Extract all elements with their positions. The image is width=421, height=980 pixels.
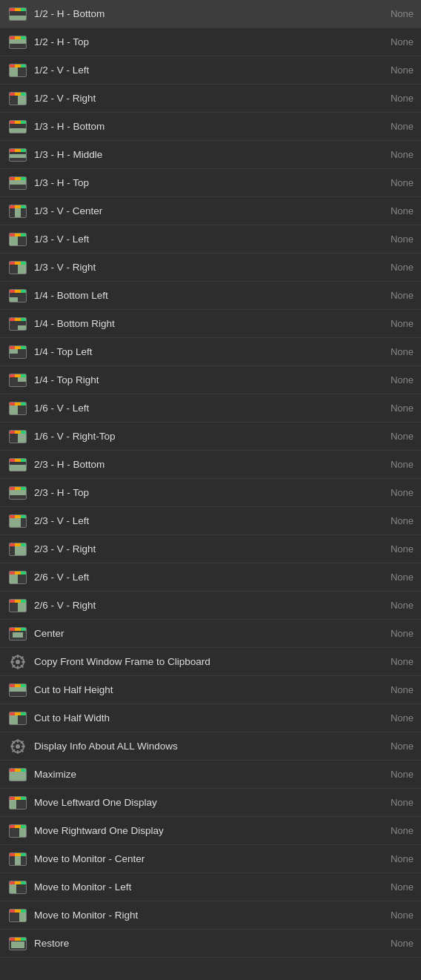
item-shortcut: None [391,881,414,893]
item-shortcut: None [391,656,414,667]
item-label: Display Info About ALL Windows [34,741,383,752]
item-icon [7,513,28,529]
item-label: Maximize [34,769,383,780]
item-label: 1/3 - H - Bottom [34,121,383,132]
list-item[interactable]: 1/6 - V - LeftNone [0,394,421,423]
item-shortcut: None [391,853,414,864]
list-item[interactable]: 2/6 - V - RightNone [0,592,421,620]
list-item[interactable]: Cut to Half WidthNone [0,704,421,732]
list-item[interactable]: 2/3 - V - RightNone [0,535,421,563]
item-icon [7,457,28,473]
list-item[interactable]: 2/3 - H - TopNone [0,479,421,507]
list-item[interactable]: 1/3 - V - LeftNone [0,225,421,254]
list-item[interactable]: 1/3 - V - CenterNone [0,197,421,225]
item-icon [7,767,28,783]
item-icon [7,541,28,557]
item-label: 1/3 - H - Top [34,177,383,188]
list-item[interactable]: Copy Front Window Frame to ClipboardNone [0,648,421,676]
item-icon [7,879,28,895]
list-item[interactable]: 1/2 - V - LeftNone [0,56,421,85]
item-icon [7,316,28,332]
item-icon [7,231,28,248]
list-item[interactable]: 1/4 - Top LeftNone [0,338,421,366]
list-item[interactable]: Display Info About ALL WindowsNone [0,732,421,761]
item-label: 1/4 - Bottom Right [34,318,383,329]
list-item[interactable]: 2/6 - V - LeftNone [0,563,421,592]
item-label: 1/3 - V - Left [34,234,383,245]
list-item[interactable]: 1/2 - V - RightNone [0,85,421,113]
item-label: Restore [34,938,383,949]
list-item[interactable]: 1/3 - V - RightNone [0,254,421,282]
item-icon [7,90,28,107]
list-item[interactable]: 2/3 - H - BottomNone [0,451,421,479]
item-label: 1/3 - V - Center [34,205,383,216]
item-shortcut: None [391,769,414,780]
item-label: Move to Monitor - Left [34,881,383,893]
item-label: 2/3 - V - Right [34,543,383,554]
item-label: Cut to Half Height [34,684,383,695]
list-item[interactable]: CenterNone [0,620,421,648]
list-item[interactable]: 1/2 - H - TopNone [0,28,421,56]
list-item[interactable]: 2/3 - V - LeftNone [0,507,421,535]
item-icon [7,823,28,839]
list-item[interactable]: Move to Monitor - LeftNone [0,873,421,901]
list-item[interactable]: 1/2 - H - BottomNone [0,0,421,28]
list-item[interactable]: Move Leftward One DisplayNone [0,789,421,817]
item-icon [7,907,28,924]
item-icon [7,288,28,304]
item-label: 1/3 - V - Right [34,262,383,273]
item-icon [7,626,28,642]
list-item[interactable]: 1/6 - V - Right-TopNone [0,423,421,451]
item-shortcut: None [391,346,414,357]
list-item[interactable]: 1/4 - Bottom LeftNone [0,282,421,310]
item-label: 1/6 - V - Right-Top [34,431,383,442]
item-shortcut: None [391,36,414,47]
item-icon [7,569,28,586]
list-item[interactable]: 1/3 - H - MiddleNone [0,141,421,169]
item-shortcut: None [391,543,414,554]
item-shortcut: None [391,712,414,724]
item-label: Cut to Half Width [34,712,383,724]
item-shortcut: None [391,8,414,19]
item-icon [7,738,28,755]
item-icon [7,936,28,952]
item-icon [7,344,28,360]
list-item[interactable]: Move to Monitor - CenterNone [0,845,421,873]
item-shortcut: None [391,825,414,836]
item-shortcut: None [391,938,414,949]
list-item[interactable]: 1/3 - H - TopNone [0,169,421,197]
item-shortcut: None [391,177,414,188]
item-icon [7,597,28,614]
list-item[interactable]: 1/4 - Bottom RightNone [0,310,421,338]
item-icon [7,175,28,191]
item-shortcut: None [391,797,414,808]
item-label: 1/4 - Bottom Left [34,290,383,301]
item-shortcut: None [391,403,414,414]
list-item[interactable]: Cut to Half HeightNone [0,676,421,704]
list-item[interactable]: Move Rightward One DisplayNone [0,817,421,845]
item-label: 2/3 - H - Top [34,487,383,498]
item-shortcut: None [391,572,414,583]
list-item[interactable]: 1/4 - Top RightNone [0,366,421,394]
item-icon [7,259,28,276]
item-icon [7,710,28,726]
list-item[interactable]: Move to Monitor - RightNone [0,901,421,930]
list-item[interactable]: 1/3 - H - BottomNone [0,113,421,141]
item-label: 2/6 - V - Right [34,600,383,611]
item-shortcut: None [391,600,414,611]
item-label: Move to Monitor - Center [34,853,383,864]
svg-point-1 [16,660,20,664]
item-icon [7,34,28,50]
item-label: 1/3 - H - Middle [34,149,383,160]
item-label: 1/2 - V - Left [34,64,383,76]
item-shortcut: None [391,318,414,329]
svg-point-3 [16,744,20,749]
item-icon [7,147,28,163]
list-item[interactable]: RestoreNone [0,930,421,958]
item-shortcut: None [391,374,414,385]
item-shortcut: None [391,431,414,442]
item-shortcut: None [391,262,414,273]
item-icon [7,682,28,698]
list-item[interactable]: MaximizeNone [0,761,421,789]
item-label: 2/3 - V - Left [34,515,383,526]
